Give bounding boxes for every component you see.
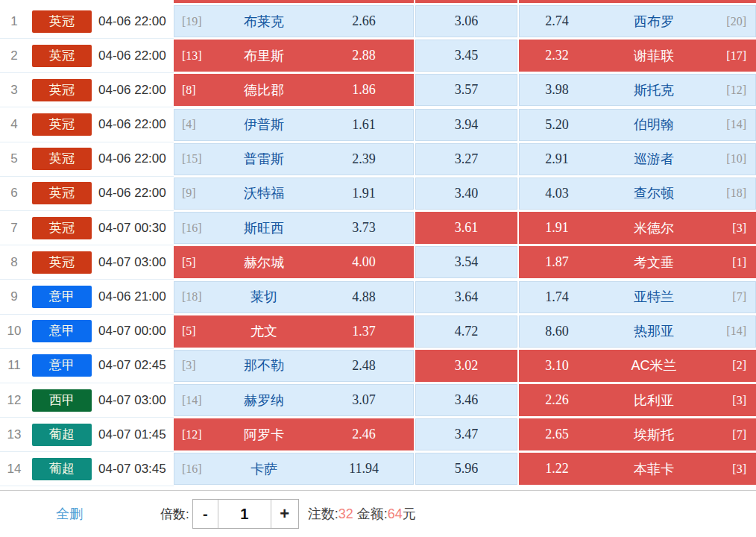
home-team-name: 斯旺西 xyxy=(213,219,315,237)
home-team-rank: [16] xyxy=(174,462,213,476)
home-team-rank: [9] xyxy=(174,186,213,200)
home-team-name: 赫尔城 xyxy=(213,254,315,271)
draw-odds-value: 3.02 xyxy=(455,358,479,374)
away-odds-value: 1.91 xyxy=(520,220,594,236)
matches-table: 1 英冠 04-06 22:00 [19] 布莱克 2.66 3.06 2.74… xyxy=(0,5,756,485)
away-team-rank: [1] xyxy=(714,256,755,269)
match-row: 13 葡超 04-07 01:45 [12] 阿罗卡 2.46 3.47 2.6… xyxy=(0,418,756,450)
league-badge: 意甲 xyxy=(32,286,92,308)
away-odds-cell[interactable]: 2.91 巡游者 [10] xyxy=(519,143,756,175)
match-row: 14 葡超 04-07 03:45 [16] 卡萨 11.94 5.96 1.2… xyxy=(0,453,756,485)
row-number: 1 xyxy=(0,5,28,37)
home-odds-cell[interactable]: [15] 普雷斯 2.39 xyxy=(174,143,414,175)
home-odds-cell[interactable]: [3] 那不勒 2.48 xyxy=(174,350,414,382)
away-odds-cell[interactable]: 2.26 比利亚 [3] xyxy=(519,384,756,416)
bet-slip-footer: 全删 倍数: - 1 + 注数:32 金额:64元 xyxy=(0,490,756,537)
away-odds-cell[interactable]: 2.74 西布罗 [20] xyxy=(519,5,756,37)
match-row: 1 英冠 04-06 22:00 [19] 布莱克 2.66 3.06 2.74… xyxy=(0,5,756,37)
away-odds-cell[interactable]: 2.65 埃斯托 [7] xyxy=(519,418,756,450)
draw-odds-value: 3.94 xyxy=(455,117,479,133)
draw-odds-cell[interactable]: 3.57 xyxy=(415,74,517,106)
home-team-rank: [13] xyxy=(174,49,213,63)
away-odds-value: 2.74 xyxy=(520,13,594,29)
away-team-rank: [14] xyxy=(714,118,755,131)
row-number: 14 xyxy=(0,453,28,485)
draw-odds-cell[interactable]: 3.47 xyxy=(415,418,517,450)
home-odds-cell[interactable]: [19] 布莱克 2.66 xyxy=(174,5,414,37)
away-odds-cell[interactable]: 1.22 本菲卡 [3] xyxy=(519,453,756,485)
minus-button[interactable]: - xyxy=(193,500,218,528)
away-odds-cell[interactable]: 2.32 谢菲联 [17] xyxy=(519,40,756,72)
draw-odds-cell[interactable]: 4.72 xyxy=(415,315,517,348)
away-odds-cell[interactable]: 8.60 热那亚 [14] xyxy=(519,315,756,348)
match-row: 10 意甲 04-07 00:00 [5] 尤文 1.37 4.72 8.60 … xyxy=(0,315,756,348)
draw-odds-cell[interactable]: 3.64 xyxy=(415,281,517,313)
partial-home-cell[interactable] xyxy=(174,0,414,3)
draw-odds-cell[interactable]: 3.27 xyxy=(415,143,517,175)
away-odds-cell[interactable]: 1.87 考文垂 [1] xyxy=(519,246,756,278)
match-time: 04-06 22:00 xyxy=(95,74,174,106)
home-team-rank: [5] xyxy=(174,324,213,338)
draw-odds-cell[interactable]: 3.40 xyxy=(415,178,517,210)
draw-odds-cell[interactable]: 3.46 xyxy=(415,384,517,416)
away-odds-cell[interactable]: 3.98 斯托克 [12] xyxy=(519,74,756,106)
away-odds-cell[interactable]: 3.10 AC米兰 [2] xyxy=(519,350,756,382)
multiplier-label: 倍数: xyxy=(160,506,189,523)
delete-all-button[interactable]: 全删 xyxy=(56,505,83,523)
away-team-name: AC米兰 xyxy=(594,357,714,374)
league-badge-wrap: 英冠 xyxy=(28,5,95,37)
home-odds-cell[interactable]: [12] 阿罗卡 2.46 xyxy=(174,418,414,450)
away-odds-value: 2.91 xyxy=(520,151,594,167)
home-odds-value: 3.07 xyxy=(315,392,413,408)
match-row: 8 英冠 04-07 03:00 [5] 赫尔城 4.00 3.54 1.87 … xyxy=(0,246,756,278)
match-time: 04-07 00:00 xyxy=(95,315,174,348)
draw-odds-value: 3.27 xyxy=(455,151,479,167)
home-odds-value: 4.00 xyxy=(315,254,413,270)
away-odds-cell[interactable]: 1.91 米德尔 [3] xyxy=(519,212,756,244)
home-team-name: 阿罗卡 xyxy=(213,426,315,444)
home-odds-cell[interactable]: [5] 尤文 1.37 xyxy=(174,315,414,348)
draw-odds-cell[interactable]: 3.61 xyxy=(415,212,517,244)
home-odds-cell[interactable]: [13] 布里斯 2.88 xyxy=(174,40,414,72)
plus-button[interactable]: + xyxy=(271,500,298,528)
match-time: 04-06 22:00 xyxy=(95,178,174,210)
away-odds-cell[interactable]: 4.03 查尔顿 [18] xyxy=(519,178,756,210)
home-odds-cell[interactable]: [14] 赫罗纳 3.07 xyxy=(174,384,414,416)
league-badge: 英冠 xyxy=(32,113,92,136)
multiplier-input[interactable]: 1 xyxy=(218,500,271,528)
draw-odds-value: 3.61 xyxy=(455,220,479,236)
draw-odds-cell[interactable]: 3.54 xyxy=(415,246,517,278)
home-odds-cell[interactable]: [5] 赫尔城 4.00 xyxy=(174,246,414,278)
draw-odds-cell[interactable]: 3.45 xyxy=(415,40,517,72)
league-badge: 英冠 xyxy=(32,251,92,274)
home-odds-value: 1.86 xyxy=(315,82,413,98)
home-odds-value: 2.48 xyxy=(315,358,413,374)
away-team-name: 查尔顿 xyxy=(594,184,714,202)
away-odds-value: 1.87 xyxy=(520,254,594,270)
home-team-name: 沃特福 xyxy=(213,184,315,202)
draw-odds-cell[interactable]: 3.06 xyxy=(415,5,517,37)
league-badge: 英冠 xyxy=(32,217,92,239)
home-odds-cell[interactable]: [9] 沃特福 1.91 xyxy=(174,178,414,210)
away-odds-value: 2.65 xyxy=(520,427,594,442)
home-odds-cell[interactable]: [4] 伊普斯 1.61 xyxy=(174,109,414,141)
home-team-rank: [12] xyxy=(174,428,213,442)
draw-odds-cell[interactable]: 3.02 xyxy=(415,350,517,382)
partial-draw-cell[interactable] xyxy=(415,0,517,3)
draw-odds-value: 3.06 xyxy=(455,13,479,29)
draw-odds-cell[interactable]: 5.96 xyxy=(415,453,517,485)
home-odds-cell[interactable]: [8] 德比郡 1.86 xyxy=(174,74,414,106)
home-odds-cell[interactable]: [16] 斯旺西 3.73 xyxy=(174,212,414,244)
partial-away-cell[interactable] xyxy=(519,0,756,3)
draw-odds-value: 3.57 xyxy=(455,82,479,98)
draw-odds-cell[interactable]: 3.94 xyxy=(415,109,517,141)
home-odds-value: 4.88 xyxy=(315,289,413,305)
bets-count: 32 xyxy=(338,506,353,521)
home-odds-cell[interactable]: [18] 莱切 4.88 xyxy=(174,281,414,313)
home-odds-cell[interactable]: [16] 卡萨 11.94 xyxy=(174,453,414,485)
draw-odds-value: 3.54 xyxy=(455,254,479,270)
away-odds-cell[interactable]: 1.74 亚特兰 [7] xyxy=(519,281,756,313)
away-team-name: 斯托克 xyxy=(594,81,714,99)
away-team-rank: [17] xyxy=(714,49,755,63)
away-odds-cell[interactable]: 5.20 伯明翰 [14] xyxy=(519,109,756,141)
